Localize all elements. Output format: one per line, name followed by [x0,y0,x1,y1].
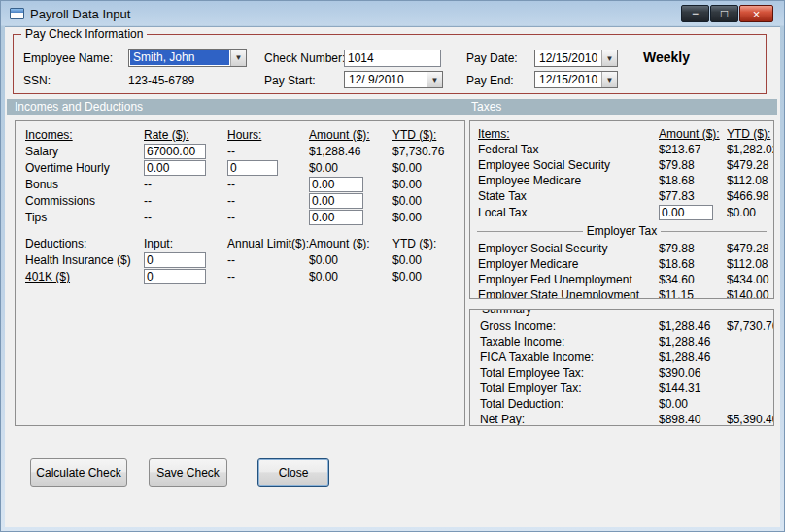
k401-row: 401K ($) -- $0.00 $0.00 [16,268,464,284]
close-button[interactable]: Close [257,458,329,487]
commissions-ytd: $0.00 [392,194,464,208]
tax-amount: $11.15 [659,288,727,299]
check-number-label: Check Number: [264,51,345,65]
tax-ytd: $466.98 [727,189,773,203]
input-col-header: Input: [144,237,227,250]
k401-input[interactable] [144,269,206,284]
bonus-hours: -- [227,178,309,191]
health-insurance-amount: $0.00 [309,253,392,267]
app-icon [10,8,24,19]
tax-ytd: $140.00 [727,288,773,299]
overtime-rate-input[interactable] [144,160,206,176]
salary-ytd: $7,730.76 [392,145,464,158]
tax-label: Employer State Unemployment [478,288,659,299]
summary-amount: $0.00 [659,397,727,411]
tax-amount-col-header: Amount ($): [659,127,727,141]
bonus-rate: -- [144,178,227,191]
minimize-button[interactable]: − [681,5,709,22]
salary-row: Salary -- $1,288.46 $7,730.76 [16,143,464,159]
tax-ytd-col-header: YTD ($): [727,127,773,141]
tax-label: Employer Medicare [478,257,659,271]
commissions-label: Commissions [25,194,144,208]
tax-amount: $79.88 [659,158,727,172]
pay-start-label: Pay Start: [264,74,316,87]
calculate-check-button[interactable]: Calculate Check [30,458,127,487]
k401-limit: -- [227,270,309,283]
summary-amount: $898.40 [659,413,727,426]
k401-label: 401K ($) [25,270,144,283]
summary-amount: $1,288.46 [659,335,727,349]
incomes-deductions-section-title: Incomes and Deductions [15,100,143,114]
payroll-window: Payroll Data Input − □ × Pay Check Infor… [0,0,785,532]
commissions-row: Commissions -- -- $0.00 [16,192,464,209]
net-pay-row: Net Pay: $898.40 $5,390.40 [470,412,773,426]
pay-date-dropdown-button[interactable]: ▼ [601,50,617,66]
summary-label: Total Employer Tax: [480,382,659,395]
commissions-rate: -- [144,194,227,208]
pay-date-value: 12/15/2010 [536,51,600,65]
annual-limit-col-header: Annual Limit($): [227,237,309,250]
check-number-input[interactable] [344,50,441,67]
summary-amount: $144.31 [659,382,727,395]
tips-rate: -- [144,211,227,224]
salary-rate-input[interactable] [144,144,206,159]
pay-end-picker[interactable]: 12/15/2010 ▼ [534,71,618,88]
pay-end-value: 12/15/2010 [536,73,600,86]
summary-label: FICA Taxable Income: [480,350,659,364]
deduction-ytd-col-header: YTD ($): [392,237,464,250]
bonus-amount-input[interactable] [309,177,363,192]
k401-amount: $0.00 [309,270,392,283]
total-employer-tax-row: Total Employer Tax: $144.31 [470,381,773,396]
employee-name-combobox[interactable]: Smith, John ▼ [128,49,247,67]
maximize-button[interactable]: □ [710,5,738,22]
local-tax-input[interactable] [659,205,713,220]
maximize-icon: □ [721,8,728,19]
employer-medicare-row: Employer Medicare $18.68 $112.08 [470,256,773,272]
pay-date-label: Pay Date: [466,51,518,65]
state-tax-row: State Tax $77.83 $466.98 [470,188,773,204]
pay-date-picker[interactable]: 12/15/2010 ▼ [534,50,618,67]
ssn-label: SSN: [23,74,51,87]
health-insurance-ytd: $0.00 [392,253,464,267]
tips-label: Tips [25,211,144,224]
federal-tax-row: Federal Tax $213.67 $1,282.02 [470,142,773,157]
employee-social-security-row: Employee Social Security $79.88 $479.28 [470,157,773,173]
summary-ytd: $5,390.40 [727,413,774,426]
pay-end-dropdown-button[interactable]: ▼ [601,72,617,87]
chevron-down-icon: ▼ [606,54,614,63]
pay-frequency-text: Weekly [643,50,690,65]
tax-amount: $77.83 [659,189,727,203]
window-title: Payroll Data Input [30,7,130,21]
summary-groupbox: Summary Gross Income: $1,288.46 $7,730.7… [469,309,774,426]
spacer [16,225,464,235]
window-controls: − □ × [680,5,773,22]
tips-amount-input[interactable] [309,210,363,225]
salary-hours: -- [227,145,309,158]
rate-col-header: Rate ($): [144,128,227,142]
total-deduction-row: Total Deduction: $0.00 [470,396,773,412]
commissions-amount-input[interactable] [309,193,363,209]
titlebar[interactable]: Payroll Data Input [1,1,784,26]
tax-label: Employer Social Security [478,242,659,255]
employee-name-dropdown-button[interactable]: ▼ [230,50,246,66]
overtime-hours-input[interactable] [227,160,278,176]
save-check-button[interactable]: Save Check [149,458,227,487]
local-tax-label: Local Tax [478,206,659,219]
tax-amount: $18.68 [659,174,727,187]
tax-label: State Tax [478,189,659,203]
employer-tax-divider: Employer Tax [470,221,773,241]
overtime-amount: $0.00 [309,161,392,175]
incomes-col-header: Incomes: [25,128,144,142]
ytd-col-header: YTD ($): [392,128,464,142]
overtime-row: Overtime Hourly $0.00 $0.00 [16,159,464,176]
pay-start-picker[interactable]: 12/ 9/2010 ▼ [344,71,443,88]
summary-ytd: $7,730.76 [727,319,774,333]
tax-ytd: $112.08 [727,257,773,271]
close-window-button[interactable]: × [739,5,773,22]
overtime-label: Overtime Hourly [25,161,144,175]
bonus-label: Bonus [25,178,144,191]
client-area: Pay Check Information Employee Name: Smi… [5,26,780,527]
pay-start-dropdown-button[interactable]: ▼ [427,72,442,87]
chevron-down-icon: ▼ [431,76,439,84]
health-insurance-input[interactable] [144,252,206,268]
